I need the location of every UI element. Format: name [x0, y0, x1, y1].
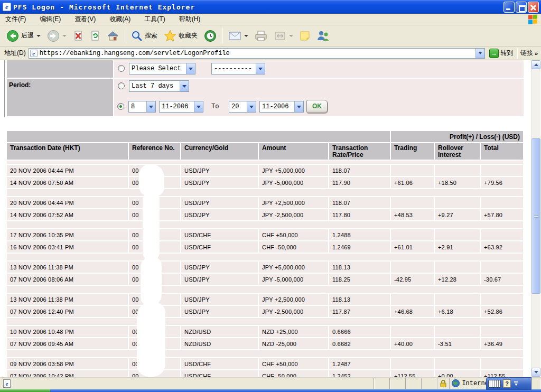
refresh-button[interactable]	[87, 29, 104, 43]
layout-border	[4, 60, 5, 117]
go-button[interactable]: → 转到	[488, 48, 515, 59]
mail-dropdown-icon[interactable]	[244, 35, 248, 37]
table-cell: JPY +2,500,000	[259, 294, 328, 305]
language-bar[interactable]: ?	[486, 377, 531, 390]
table-spacer-row	[7, 318, 523, 325]
scroll-down-button[interactable]	[531, 368, 540, 377]
table-cell: USD/CHF	[181, 229, 258, 240]
table-cell: JPY +5,000,000	[259, 262, 328, 273]
mail-button[interactable]	[226, 30, 251, 42]
period-radio-dates[interactable]	[117, 103, 124, 110]
close-button[interactable]	[528, 2, 539, 13]
redaction-blob	[143, 191, 160, 261]
language-bar-controls[interactable]	[514, 381, 518, 386]
menu-favorites[interactable]: 收藏(A)	[108, 14, 136, 25]
menu-edit[interactable]: 编辑(E)	[39, 14, 66, 25]
minimize-button[interactable]	[503, 2, 515, 13]
range-select[interactable]: Last 7 days	[129, 80, 189, 92]
from-day-select[interactable]: 8	[128, 101, 156, 113]
period-radio-category[interactable]	[118, 65, 125, 72]
category-select[interactable]: Please Select	[129, 63, 195, 74]
table-cell: JPY -5,000,000	[259, 274, 328, 285]
table-cell: NZD/USD	[181, 326, 258, 337]
chevron-down-icon[interactable]	[180, 81, 189, 91]
chevron-down-icon[interactable]	[294, 101, 303, 112]
table-cell	[435, 165, 480, 176]
menu-file[interactable]: 文件(F)	[4, 14, 31, 25]
favorites-button[interactable]: 收藏夹	[161, 28, 201, 43]
go-label: 转到	[500, 49, 513, 58]
restore-button[interactable]	[516, 2, 527, 13]
table-cell	[481, 326, 523, 337]
help-icon[interactable]: ?	[503, 379, 511, 388]
home-button[interactable]	[104, 29, 122, 43]
chevron-down-icon[interactable]	[146, 101, 155, 112]
table-cell: +18.50	[435, 177, 480, 188]
refresh-icon	[90, 30, 100, 42]
forward-button[interactable]	[44, 28, 70, 44]
start-button-edge[interactable]	[0, 389, 50, 392]
table-cell	[391, 326, 434, 337]
table-cell	[481, 165, 523, 176]
chevron-down-icon[interactable]	[247, 101, 256, 112]
messenger-button[interactable]	[313, 29, 333, 43]
table-cell: +36.49	[481, 338, 523, 349]
to-day-select[interactable]: 20	[229, 101, 256, 113]
table-cell	[481, 294, 523, 305]
page-icon: e	[30, 50, 38, 57]
table-cell: 14 NOV 2006 07:52 AM	[7, 209, 128, 220]
detail-select[interactable]: ----------	[211, 63, 265, 74]
table-cell: 118.13	[329, 294, 390, 305]
stop-button[interactable]	[70, 29, 87, 43]
page-content: Period: Please Select ---------- Last 7 …	[0, 60, 541, 377]
langbar-options-icon[interactable]	[515, 384, 518, 386]
from-month-select[interactable]: 11-2006	[159, 101, 203, 113]
minimize-langbar-icon[interactable]	[514, 381, 518, 382]
forward-dropdown-icon[interactable]	[62, 35, 67, 37]
print-button[interactable]	[251, 29, 270, 43]
discuss-button[interactable]	[296, 29, 313, 43]
windows-logo-icon	[528, 14, 538, 24]
scroll-up-button[interactable]	[531, 60, 540, 69]
table-cell: 13 NOV 2006 11:38 PM	[7, 262, 128, 273]
table-cell: 20 NOV 2006 04:44 PM	[7, 165, 128, 176]
keyboard-icon[interactable]	[488, 380, 501, 388]
address-input[interactable]	[40, 49, 475, 58]
table-cell: CHF -50,000	[259, 370, 328, 377]
table-cell: 118.07	[329, 197, 390, 208]
chevron-down-icon[interactable]	[194, 101, 203, 112]
search-button[interactable]: 搜索	[128, 29, 161, 43]
period-label: Period:	[7, 79, 113, 89]
table-cell: 16 NOV 2006 03:41 PM	[7, 241, 128, 253]
ok-button[interactable]: OK	[306, 100, 328, 113]
col-header-total: Total	[481, 143, 523, 160]
edit-button[interactable]	[270, 29, 296, 43]
menu-view[interactable]: 查看(V)	[73, 14, 101, 25]
scrollbar-thumb[interactable]	[531, 138, 540, 294]
address-dropdown-icon[interactable]	[475, 49, 484, 58]
links-button[interactable]: 链接 »	[520, 49, 539, 58]
menu-help[interactable]: 帮助(H)	[178, 14, 206, 25]
period-radio-range[interactable]	[118, 82, 125, 89]
back-dropdown-icon[interactable]	[36, 35, 41, 37]
menu-tools[interactable]: 工具(T)	[143, 14, 170, 25]
table-spacer-row	[7, 350, 523, 357]
status-message-panel	[13, 378, 374, 389]
discuss-note-icon	[300, 31, 310, 41]
table-cell: JPY +2,500,000	[259, 197, 328, 208]
address-bar: 地址(D) e → 转到 链接 »	[0, 46, 541, 60]
to-month-select[interactable]: 11-2006	[259, 101, 304, 113]
table-cell	[391, 294, 434, 305]
chevron-down-icon[interactable]	[256, 63, 265, 74]
favorites-star-icon	[164, 30, 176, 42]
back-button[interactable]: 后退	[3, 28, 44, 44]
table-cell: +79.56	[481, 177, 523, 188]
table-cell: 117.90	[329, 177, 390, 188]
table-cell: CHF -50,000	[259, 241, 328, 253]
edit-dropdown-icon[interactable]	[289, 35, 293, 37]
vertical-scrollbar[interactable]	[531, 60, 540, 377]
table-cell: -30.67	[481, 274, 523, 285]
taskbar[interactable]	[0, 389, 541, 392]
chevron-down-icon[interactable]	[186, 63, 195, 74]
history-button[interactable]	[201, 28, 220, 44]
